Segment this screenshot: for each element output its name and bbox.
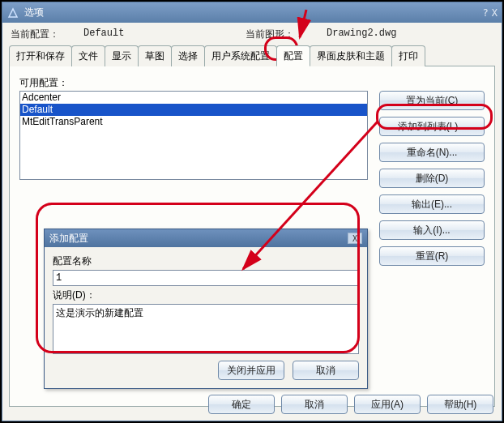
current-profile-label: 当前配置：: [11, 28, 83, 41]
window-title: 选项: [24, 6, 483, 19]
profile-desc-label: 说明(D)：: [53, 288, 359, 302]
available-profiles-label: 可用配置：: [19, 76, 488, 90]
list-item[interactable]: MtEditTransParent: [20, 116, 367, 128]
tab-open-save[interactable]: 打开和保存: [9, 45, 72, 66]
current-drawing-value: Drawing2.dwg: [327, 28, 396, 41]
help-footer-button[interactable]: 帮助(H): [427, 395, 493, 414]
set-current-button[interactable]: 置为当前(C): [379, 91, 485, 110]
add-to-list-button[interactable]: 添加到列表(L)...: [379, 117, 485, 136]
export-button[interactable]: 输出(E)...: [379, 194, 485, 214]
cancel-button[interactable]: 取消: [281, 395, 348, 414]
app-logo-icon: [6, 6, 19, 19]
profile-name-label: 配置名称: [53, 254, 359, 268]
profile-name-input[interactable]: [53, 270, 359, 286]
delete-button[interactable]: 删除(D): [379, 169, 485, 188]
close-apply-button[interactable]: 关闭并应用: [218, 361, 284, 380]
side-button-column: 置为当前(C) 添加到列表(L)... 重命名(N)... 删除(D) 输出(E…: [379, 91, 485, 266]
tab-user-prefs[interactable]: 用户系统配置: [204, 45, 277, 66]
tab-print[interactable]: 打印: [391, 45, 425, 66]
ok-button[interactable]: 确定: [208, 395, 275, 414]
tab-drafting[interactable]: 草图: [138, 45, 172, 66]
tab-selection[interactable]: 选择: [171, 45, 205, 66]
tab-body: 可用配置： Adcenter Default MtEditTransParent…: [9, 66, 495, 407]
list-item[interactable]: Adcenter: [20, 92, 367, 104]
modal-title: 添加配置: [49, 232, 348, 246]
tab-display[interactable]: 显示: [105, 45, 139, 66]
close-button[interactable]: X: [492, 7, 498, 19]
add-profile-dialog: 添加配置 X 配置名称 说明(D)： 关闭并应用 取消: [44, 229, 368, 389]
help-button[interactable]: ?: [483, 7, 489, 19]
profiles-listbox[interactable]: Adcenter Default MtEditTransParent: [19, 91, 368, 180]
reset-button[interactable]: 重置(R): [379, 246, 485, 266]
rename-button[interactable]: 重命名(N)...: [379, 143, 485, 162]
tab-skin-theme[interactable]: 界面皮肤和主题: [310, 45, 392, 66]
modal-close-button[interactable]: X: [348, 233, 362, 244]
current-drawing-label: 当前图形：: [246, 28, 327, 41]
tab-strip: 打开和保存 文件 显示 草图 选择 用户系统配置 配置 界面皮肤和主题 打印: [9, 45, 495, 66]
modal-cancel-button[interactable]: 取消: [293, 361, 359, 380]
titlebar: 选项 ? X: [2, 2, 502, 23]
list-item[interactable]: Default: [20, 104, 367, 116]
profile-desc-input[interactable]: [53, 304, 359, 354]
tab-profiles[interactable]: 配置: [276, 45, 310, 66]
apply-button[interactable]: 应用(A): [354, 395, 421, 414]
header-info: 当前配置： Default 当前图形： Drawing2.dwg: [2, 23, 502, 41]
options-dialog: 选项 ? X 当前配置： Default 当前图形： Drawing2.dwg …: [2, 2, 502, 421]
modal-titlebar: 添加配置 X: [45, 229, 367, 247]
current-profile-value: Default: [83, 28, 246, 41]
tab-files[interactable]: 文件: [71, 45, 105, 66]
import-button[interactable]: 输入(I)...: [379, 220, 485, 240]
dialog-footer: 确定 取消 应用(A) 帮助(H): [208, 395, 493, 414]
